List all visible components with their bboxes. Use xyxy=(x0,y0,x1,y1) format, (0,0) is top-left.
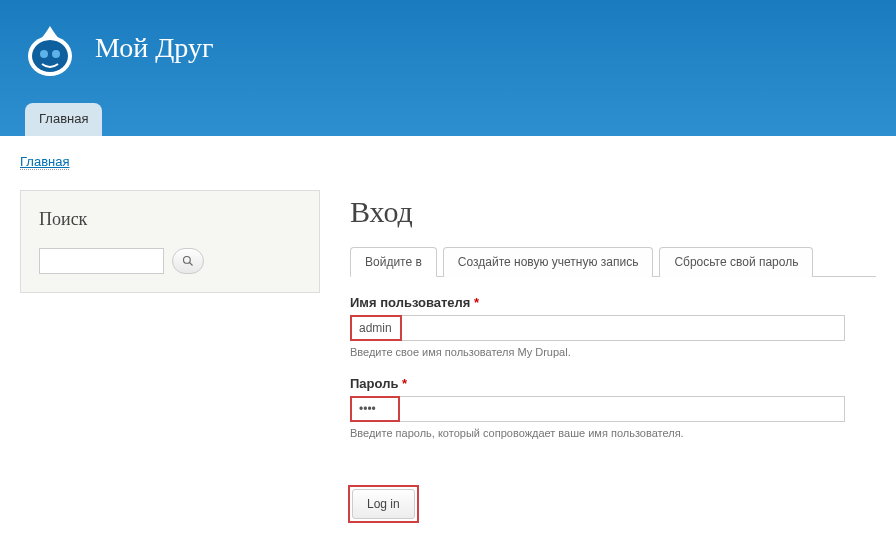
nav-tab-home[interactable]: Главная xyxy=(25,103,102,136)
svg-point-4 xyxy=(184,257,191,264)
tabs: Войдите в Создайте новую учетную запись … xyxy=(350,247,876,277)
tab-login[interactable]: Войдите в xyxy=(350,247,437,277)
svg-point-3 xyxy=(52,50,60,58)
search-input[interactable] xyxy=(39,248,164,274)
primary-nav: Главная xyxy=(0,103,896,136)
required-marker: * xyxy=(402,376,407,391)
search-heading: Поиск xyxy=(39,209,301,230)
search-button[interactable] xyxy=(172,248,204,274)
breadcrumb: Главная xyxy=(0,136,896,170)
search-icon xyxy=(182,255,194,267)
username-help-text: Введите свое имя пользователя My Drupal. xyxy=(350,346,876,358)
password-help-text: Введите пароль, который сопровождает ваш… xyxy=(350,427,876,439)
page-title: Вход xyxy=(350,195,876,229)
site-header: Мой Друг Главная xyxy=(0,0,896,136)
site-name: Мой Друг xyxy=(95,32,213,64)
tab-reset-password[interactable]: Сбросьте свой пароль xyxy=(659,247,813,277)
svg-line-5 xyxy=(190,263,193,266)
tab-register[interactable]: Создайте новую учетную запись xyxy=(443,247,654,277)
password-field[interactable] xyxy=(350,396,845,422)
svg-point-2 xyxy=(40,50,48,58)
username-field[interactable] xyxy=(350,315,845,341)
required-marker: * xyxy=(474,295,479,310)
main-content: Вход Войдите в Создайте новую учетную за… xyxy=(350,190,876,521)
password-label: Пароль * xyxy=(350,376,876,391)
site-logo-icon xyxy=(20,18,80,78)
login-button[interactable]: Log in xyxy=(352,489,415,519)
username-label: Имя пользователя * xyxy=(350,295,876,310)
submit-highlight: Log in xyxy=(350,487,417,521)
sidebar: Поиск xyxy=(20,190,320,293)
breadcrumb-home-link[interactable]: Главная xyxy=(20,154,69,170)
